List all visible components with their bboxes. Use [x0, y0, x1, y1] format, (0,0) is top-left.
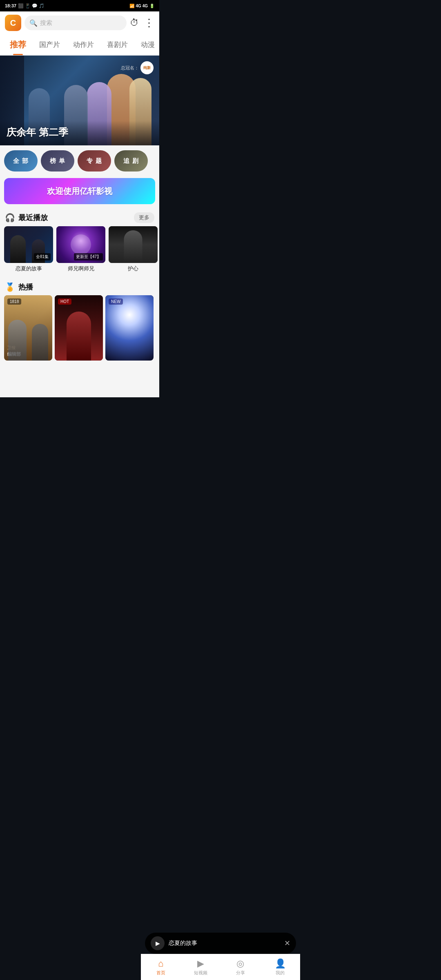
hero-banner[interactable]: 总冠名： 纯新 庆余年 第二季: [0, 56, 159, 145]
pill-chasing[interactable]: 追 剧: [114, 150, 148, 172]
recent-card-lianxia[interactable]: 全81集 恋夏的故事: [4, 226, 53, 272]
tab-action[interactable]: 动作片: [67, 35, 100, 54]
status-right: 📶 4G 4G 🔋: [129, 4, 154, 8]
tab-anime[interactable]: 动漫: [134, 35, 159, 54]
recent-icon: 🎧: [5, 213, 15, 223]
pill-all[interactable]: 全 部: [4, 150, 38, 172]
mini-play-button[interactable]: ▶: [151, 936, 159, 950]
recent-label-lianxia: 恋夏的故事: [4, 265, 53, 272]
recent-card-huxin[interactable]: 护心: [109, 226, 158, 272]
menu-icon[interactable]: ⋮: [144, 17, 154, 29]
home-icon: ⌂: [158, 958, 159, 969]
hot-section-header: 🏅 热播: [0, 277, 159, 295]
app-logo: C: [5, 15, 21, 31]
hot-icon: 🏅: [5, 282, 15, 292]
status-bar: 18:37 ⬛ 📱 💬 🎵 📶 4G 4G 🔋: [0, 0, 159, 11]
recent-thumb-lianxia: 全81集: [4, 226, 53, 263]
recent-thumb-shixiong: 更新至【47】: [56, 226, 105, 263]
header-icons: ⏱ ⋮: [130, 17, 154, 29]
search-icon: 🔍: [29, 19, 38, 27]
recent-label-huxin: 护心: [109, 265, 158, 272]
category-pills: 全 部 榜 单 专 题 追 剧: [0, 145, 159, 176]
pill-chart[interactable]: 榜 单: [41, 150, 74, 172]
main-content: 总冠名： 纯新 庆余年 第二季 全 部 榜 单 专 题 追 剧 欢迎使用亿轩影视…: [0, 56, 159, 397]
hot-section: 🏅 热播 1818 编辑部 卫报 HOT: [0, 277, 159, 397]
recent-badge-shixiong: 更新至【47】: [74, 253, 103, 261]
tab-recommend[interactable]: 推荐: [3, 34, 33, 55]
tab-comedy[interactable]: 喜剧片: [100, 35, 134, 54]
nav-home[interactable]: ⌂ 首页: [141, 954, 159, 980]
hot-card-2[interactable]: HOT: [55, 295, 103, 361]
sponsor-badge: 总冠名： 纯新: [121, 61, 154, 74]
recent-thumb-huxin: [109, 226, 158, 263]
status-icons: ⬛ 📱 💬 🎵: [18, 3, 45, 9]
hot-grid: 1818 编辑部 卫报 HOT NEW: [0, 295, 159, 365]
tab-domestic[interactable]: 国产片: [33, 35, 67, 54]
hot-card-1818[interactable]: 1818 编辑部 卫报: [4, 295, 52, 361]
hot-card-3[interactable]: NEW: [105, 295, 154, 361]
bottom-nav: ⌂ 首页 ▶ 短视频 ◎ 分享 👤 我的: [141, 954, 159, 980]
header: C 🔍 搜索 ⏱ ⋮: [0, 11, 159, 34]
nav-tabs: 推荐 国产片 动作片 喜剧片 动漫: [0, 34, 159, 56]
recent-more-btn[interactable]: 更多: [134, 212, 154, 223]
recent-label-shixiong: 师兄啊师兄: [56, 265, 105, 272]
hot-section-title: 🏅 热播: [5, 282, 33, 292]
search-bar[interactable]: 🔍 搜索: [24, 16, 127, 30]
mini-player: ▶ 恋夏的故事 ✕: [145, 933, 159, 954]
sponsor-label: 总冠名：: [121, 65, 139, 71]
sponsor-logo: 纯新: [140, 61, 154, 74]
recent-section-header: 🎧 最近播放 更多: [0, 207, 159, 226]
hero-title: 庆余年 第二季: [7, 126, 68, 139]
recent-row: 全81集 恋夏的故事 更新至【47】 师兄啊师兄 护心: [0, 226, 159, 277]
status-time: 18:37: [5, 3, 16, 8]
status-left: 18:37 ⬛ 📱 💬 🎵: [5, 3, 45, 9]
pill-topic[interactable]: 专 题: [78, 150, 111, 172]
recent-badge-lianxia: 全81集: [34, 253, 51, 261]
hero-title-overlay: 庆余年 第二季: [7, 126, 68, 139]
welcome-banner: 欢迎使用亿轩影视: [4, 178, 155, 204]
recent-card-shixiong[interactable]: 更新至【47】 师兄啊师兄: [56, 226, 105, 272]
search-placeholder: 搜索: [40, 19, 52, 27]
recent-section-title: 🎧 最近播放: [5, 213, 48, 223]
history-icon[interactable]: ⏱: [130, 18, 139, 28]
